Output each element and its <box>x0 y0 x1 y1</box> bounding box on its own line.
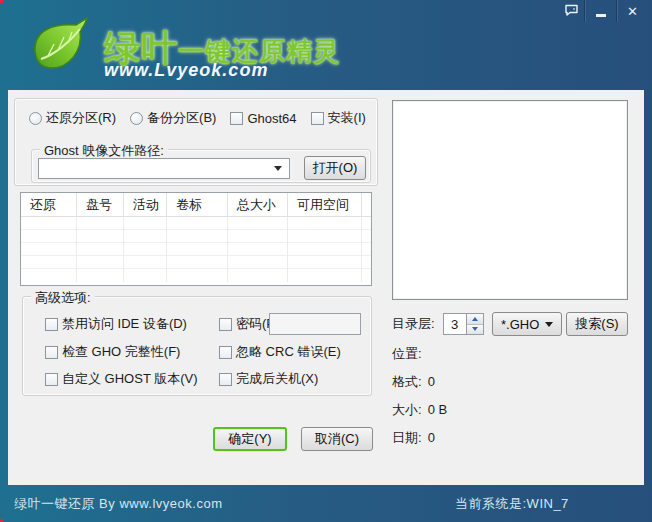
column-header-spacer <box>362 193 371 217</box>
checkbox-icon <box>45 318 58 331</box>
mode-groupbox: 还原分区(R) 备份分区(B) Ghost64 安装(I) Ghost 映像文件… <box>14 98 378 186</box>
partition-table[interactable]: 还原 盘号 活动 卷标 总大小 可用空间 <box>20 192 372 286</box>
radio-icon <box>29 112 42 125</box>
checkbox-install-label: 安装(I) <box>328 109 366 127</box>
info-location-label: 位置: <box>392 346 422 361</box>
info-date-value: 0 <box>428 430 435 445</box>
info-size: 大小:0 B <box>392 401 447 419</box>
ghost-path-combobox[interactable] <box>38 158 290 179</box>
checkbox-ghost64-label: Ghost64 <box>247 111 296 126</box>
status-credit-text: 绿叶一键还原 By www.lvyeok.com <box>14 495 222 513</box>
column-header[interactable]: 卷标 <box>167 193 228 217</box>
table-row <box>21 230 371 243</box>
column-header[interactable]: 活动 <box>124 193 167 217</box>
file-filter-dropdown[interactable]: *.GHO <box>492 312 562 336</box>
arrow-down-icon <box>472 327 478 331</box>
stepper-down-button[interactable] <box>467 325 483 335</box>
advanced-options-groupbox: 高级选项: 禁用访问 IDE 设备(D) 密码(P) 检查 GHO 完整性(F)… <box>22 296 372 396</box>
radio-restore-partition[interactable]: 还原分区(R) <box>29 109 116 127</box>
checkbox-shutdown-after[interactable]: 完成后关机(X) <box>219 370 318 388</box>
ok-button[interactable]: 确定(Y) <box>213 427 287 451</box>
chevron-down-icon <box>274 166 282 171</box>
checkbox-icon <box>45 346 58 359</box>
radio-restore-label: 还原分区(R) <box>46 109 116 127</box>
checkbox-icon <box>311 112 324 125</box>
checkbox-shutdown-after-label: 完成后关机(X) <box>236 370 318 388</box>
chevron-down-icon <box>545 322 553 327</box>
open-button-label: 打开(O) <box>313 159 358 177</box>
info-size-label: 大小: <box>392 402 422 417</box>
file-list-box[interactable] <box>392 100 628 300</box>
advanced-options-label: 高级选项: <box>31 289 95 307</box>
search-button-label: 搜索(S) <box>575 315 618 333</box>
file-filter-value: *.GHO <box>501 317 539 332</box>
table-row <box>21 217 371 230</box>
search-button[interactable]: 搜索(S) <box>566 312 628 336</box>
checkbox-icon <box>45 373 58 386</box>
checkbox-icon <box>219 318 232 331</box>
website-url: www.Lvyeok.com <box>104 60 268 81</box>
checkbox-check-gho-label: 检查 GHO 完整性(F) <box>62 343 180 361</box>
directory-level-value[interactable]: 3 <box>443 313 467 335</box>
cancel-button[interactable]: 取消(C) <box>301 427 373 451</box>
status-bar: 绿叶一键还原 By www.lvyeok.com 当前系统是:WIN_7 <box>0 485 652 522</box>
info-format: 格式:0 <box>392 373 435 391</box>
directory-level-label: 目录层: <box>392 315 435 333</box>
radio-icon <box>130 112 143 125</box>
ok-button-label: 确定(Y) <box>228 430 271 448</box>
info-format-value: 0 <box>428 374 435 389</box>
feedback-chat-button[interactable] <box>558 0 584 20</box>
partition-table-header: 还原 盘号 活动 卷标 总大小 可用空间 <box>21 193 371 217</box>
checkbox-check-gho[interactable]: 检查 GHO 完整性(F) <box>45 343 180 361</box>
directory-level-row: 目录层: 3 <box>392 312 484 336</box>
checkbox-disable-ide[interactable]: 禁用访问 IDE 设备(D) <box>45 315 187 333</box>
window-controls: ✕ <box>558 0 648 22</box>
column-header[interactable]: 还原 <box>21 193 77 217</box>
info-format-label: 格式: <box>392 374 422 389</box>
checkbox-disable-ide-label: 禁用访问 IDE 设备(D) <box>62 315 187 333</box>
checkbox-custom-ghost-label: 自定义 GHOST 版本(V) <box>62 370 198 388</box>
checkbox-icon <box>219 373 232 386</box>
checkbox-install[interactable]: 安装(I) <box>311 109 366 127</box>
stepper-up-button[interactable] <box>467 314 483 325</box>
chat-bubble-icon <box>564 4 579 17</box>
minimize-button[interactable] <box>584 0 616 22</box>
cancel-button-label: 取消(C) <box>315 430 359 448</box>
info-location: 位置: <box>392 345 428 363</box>
app-window: 绿叶一键还原精灵 www.Lvyeok.com ✕ <box>0 0 652 522</box>
checkbox-ignore-crc-label: 忽略 CRC 错误(E) <box>236 343 341 361</box>
checkbox-ignore-crc[interactable]: 忽略 CRC 错误(E) <box>219 343 341 361</box>
close-button[interactable]: ✕ <box>616 0 648 22</box>
table-row <box>21 256 371 269</box>
table-row <box>21 243 371 256</box>
checkbox-custom-ghost[interactable]: 自定义 GHOST 版本(V) <box>45 370 198 388</box>
client-area: 还原分区(R) 备份分区(B) Ghost64 安装(I) Ghost 映像文件… <box>8 90 644 485</box>
table-row <box>21 269 371 282</box>
open-button[interactable]: 打开(O) <box>304 156 366 180</box>
checkbox-icon <box>230 112 243 125</box>
radio-backup-partition[interactable]: 备份分区(B) <box>130 109 216 127</box>
mode-options-row: 还原分区(R) 备份分区(B) Ghost64 安装(I) <box>29 109 366 127</box>
column-header[interactable]: 盘号 <box>77 193 124 217</box>
checkbox-ghost64[interactable]: Ghost64 <box>230 111 296 126</box>
info-date-label: 日期: <box>392 430 422 445</box>
close-icon: ✕ <box>627 4 638 19</box>
ghost-path-groupbox: Ghost 映像文件路径: 打开(O) <box>31 149 371 183</box>
checkbox-icon <box>219 346 232 359</box>
minimize-icon <box>596 14 606 17</box>
column-header[interactable]: 总大小 <box>228 193 288 217</box>
arrow-up-icon <box>472 317 478 321</box>
radio-backup-label: 备份分区(B) <box>147 109 216 127</box>
title-bar: 绿叶一键还原精灵 www.Lvyeok.com ✕ <box>0 0 652 90</box>
directory-level-stepper <box>467 313 484 335</box>
column-header[interactable]: 可用空间 <box>288 193 362 217</box>
leaf-logo-icon <box>28 16 92 74</box>
info-size-value: 0 B <box>428 402 448 417</box>
info-date: 日期:0 <box>392 429 435 447</box>
status-system-text: 当前系统是:WIN_7 <box>455 495 569 513</box>
password-field[interactable] <box>269 313 361 335</box>
